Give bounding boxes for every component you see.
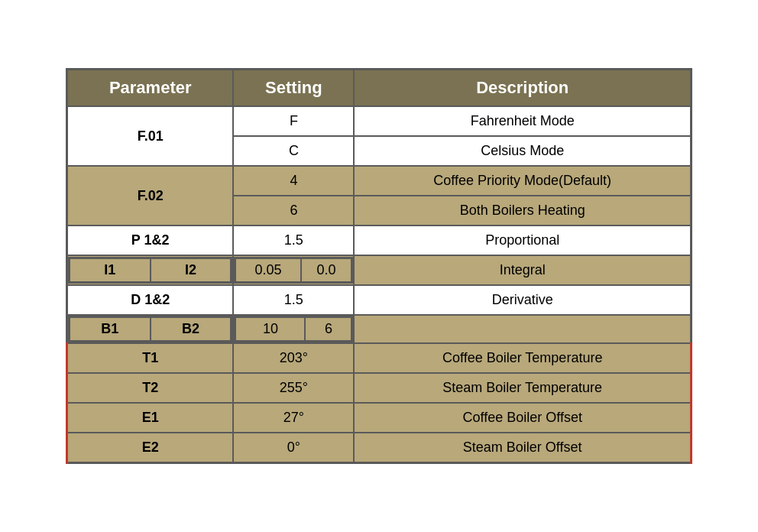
- table-row-b12: B1 B2 10 6: [67, 315, 692, 343]
- setting-f02-6: 6: [233, 196, 354, 225]
- desc-p12: Proportional: [354, 225, 691, 255]
- setting-b2: 6: [305, 317, 351, 342]
- param-i1: I1: [70, 258, 151, 283]
- param-f02: F.02: [67, 166, 234, 225]
- table-row-f01-1: F.01 F Fahrenheit Mode: [67, 106, 692, 136]
- setting-i2: 0.0: [301, 258, 352, 283]
- desc-t2: Steam Boiler Temperature: [354, 373, 691, 403]
- param-t2: T2: [67, 373, 234, 403]
- header-description: Description: [354, 70, 691, 107]
- setting-e1: 27°: [233, 403, 354, 433]
- param-b12-subtable: B1 B2: [68, 316, 232, 342]
- setting-i12-subtable: 0.05 0.0: [234, 257, 353, 284]
- setting-b12: 10 6: [233, 315, 354, 343]
- table-header-row: Parameter Setting Description: [67, 70, 692, 107]
- param-i2: I2: [151, 258, 232, 283]
- param-e2: E2: [67, 433, 234, 463]
- setting-e2: 0°: [233, 433, 354, 463]
- param-b2: B2: [151, 317, 232, 342]
- table-row-d12: D 1&2 1.5 Derivative: [67, 285, 692, 315]
- setting-d12: 1.5: [233, 285, 354, 315]
- setting-t2: 255°: [233, 373, 354, 403]
- param-e1: E1: [67, 403, 234, 433]
- param-i12-subtable: I1 I2: [68, 257, 232, 284]
- header-parameter: Parameter: [67, 70, 234, 107]
- desc-i12: Integral: [354, 255, 691, 285]
- desc-e1: Coffee Boiler Offset: [354, 403, 691, 433]
- table-row-p12: P 1&2 1.5 Proportional: [67, 225, 692, 255]
- param-d12: D 1&2: [67, 285, 234, 315]
- desc-b12: [354, 315, 691, 343]
- setting-t1: 203°: [233, 343, 354, 373]
- desc-f02-4: Coffee Priority Mode(Default): [354, 166, 691, 196]
- desc-f02-6: Both Boilers Heating: [354, 196, 691, 225]
- table-row-t2: T2 255° Steam Boiler Temperature: [67, 373, 692, 403]
- setting-f01-c: C: [233, 136, 354, 166]
- param-p12: P 1&2: [67, 225, 234, 255]
- parameters-table: Parameter Setting Description F.01 F Fah…: [66, 68, 692, 464]
- desc-t1: Coffee Boiler Temperature: [354, 343, 691, 373]
- main-table-wrapper: Parameter Setting Description F.01 F Fah…: [66, 68, 692, 464]
- setting-i1: 0.05: [235, 258, 301, 283]
- setting-f02-4: 4: [233, 166, 354, 196]
- param-f01: F.01: [67, 106, 234, 166]
- table-row-i12: I1 I2 0.05 0.0 Integral: [67, 255, 692, 285]
- desc-f01-c: Celsius Mode: [354, 136, 691, 166]
- param-b1: B1: [70, 317, 151, 342]
- setting-f01-f: F: [233, 106, 354, 136]
- header-setting: Setting: [233, 70, 354, 107]
- setting-b12-subtable: 10 6: [234, 316, 353, 342]
- setting-b1: 10: [235, 317, 306, 342]
- table-row-e1: E1 27° Coffee Boiler Offset: [67, 403, 692, 433]
- setting-p12: 1.5: [233, 225, 354, 255]
- table-row-t1: T1 203° Coffee Boiler Temperature: [67, 343, 692, 373]
- desc-f01-f: Fahrenheit Mode: [354, 106, 691, 136]
- table-row-f02-1: F.02 4 Coffee Priority Mode(Default): [67, 166, 692, 196]
- desc-e2: Steam Boiler Offset: [354, 433, 691, 463]
- table-row-e2: E2 0° Steam Boiler Offset: [67, 433, 692, 463]
- desc-d12: Derivative: [354, 285, 691, 315]
- param-t1: T1: [67, 343, 234, 373]
- param-b12: B1 B2: [67, 315, 234, 343]
- param-i12: I1 I2: [67, 255, 234, 285]
- setting-i12: 0.05 0.0: [233, 255, 354, 285]
